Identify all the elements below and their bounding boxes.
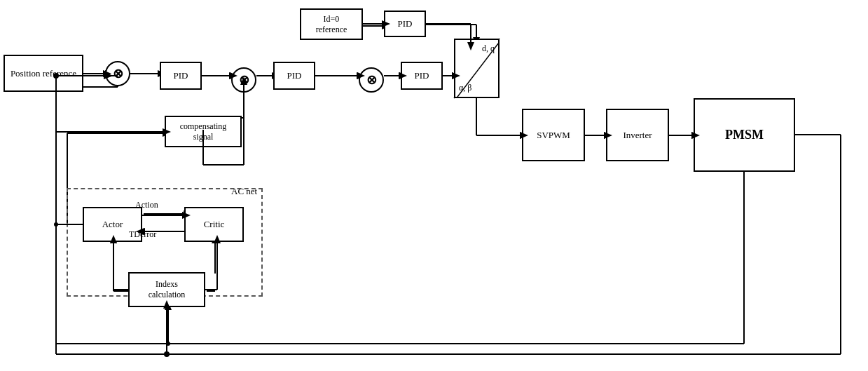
svg-point-59 bbox=[166, 342, 170, 346]
sum2-node: ⊗ bbox=[231, 67, 256, 93]
pid4-block: PID bbox=[384, 11, 426, 37]
pid1-block: PID bbox=[160, 62, 202, 90]
tderror-label: TDerror bbox=[129, 229, 156, 240]
sum1-node: ⊗ bbox=[105, 61, 130, 86]
pid2-block: PID bbox=[273, 62, 315, 90]
critic-block: Critic bbox=[184, 207, 244, 242]
pmsm-block: PMSM bbox=[694, 98, 795, 172]
sum3-node: ⊗ bbox=[359, 67, 384, 93]
action-label: Action bbox=[135, 200, 158, 210]
svg-line-60 bbox=[455, 40, 500, 98]
svpwm-block: SVPWM bbox=[522, 109, 585, 161]
compensating-signal-block: compensatingsignal bbox=[165, 116, 242, 147]
diagram: Position reference ⊗ PID ⊗ PID ⊗ PID Id=… bbox=[0, 0, 868, 371]
inverter-block: Inverter bbox=[606, 109, 669, 161]
pid3-block: PID bbox=[401, 62, 443, 90]
indexs-calculation-block: Indexscalculation bbox=[128, 272, 205, 307]
dq-transform-block: d, q α, β bbox=[454, 39, 500, 98]
diagram-svg bbox=[0, 0, 868, 371]
ac-net-label: AC net bbox=[231, 186, 257, 197]
position-reference-block: Position reference bbox=[4, 55, 83, 92]
id0-reference-block: Id=0reference bbox=[300, 8, 363, 40]
